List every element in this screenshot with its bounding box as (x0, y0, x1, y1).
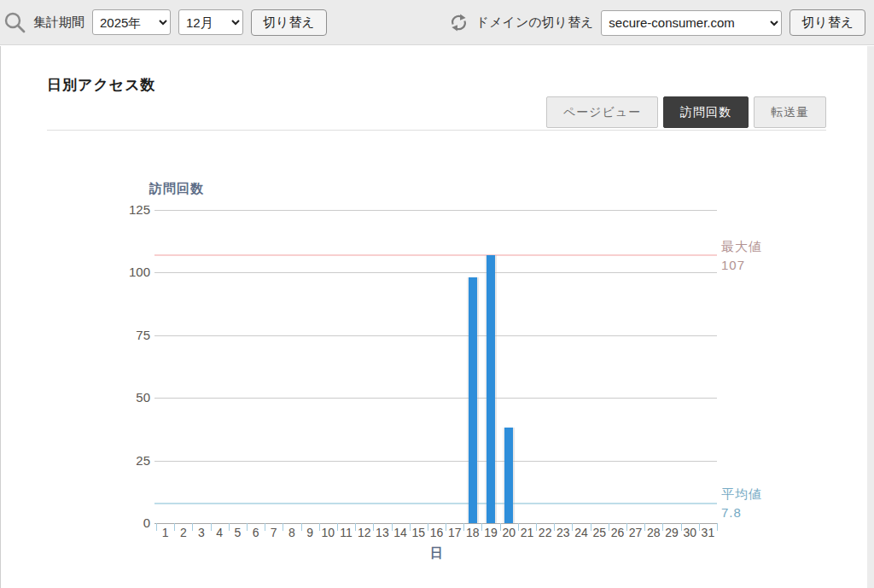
avg-reference-line (154, 503, 717, 504)
search-icon (3, 11, 26, 33)
period-label: 集計期間 (33, 15, 84, 31)
y-tick-label: 75 (116, 328, 150, 342)
avg-line-value: 7.8 (721, 505, 742, 520)
bar-day-19[interactable] (487, 255, 495, 523)
gridline (154, 272, 717, 273)
y-tick-label: 125 (116, 202, 150, 217)
y-tick-label: 100 (116, 265, 150, 279)
domain-select[interactable]: secure-consumer.com (601, 10, 782, 36)
metric-tabs: ページビュー 訪問回数 転送量 (546, 96, 826, 128)
refresh-icon (449, 13, 469, 32)
max-reference-line (154, 254, 717, 256)
tab-pageviews[interactable]: ページビュー (546, 96, 658, 128)
gridline (154, 398, 717, 399)
scrollbar-track[interactable] (867, 46, 874, 588)
domain-switch-button[interactable]: 切り替え (790, 9, 865, 36)
bar-day-18[interactable] (469, 277, 477, 523)
x-axis-line (154, 523, 717, 524)
tab-transfer[interactable]: 転送量 (754, 96, 826, 128)
gridline (154, 461, 717, 462)
y-tick-label: 50 (116, 390, 150, 405)
domain-switch-label: ドメインの切り替え (476, 15, 593, 31)
page-title: 日別アクセス数 (47, 75, 156, 95)
tab-visits[interactable]: 訪問回数 (663, 96, 749, 128)
y-tick-label: 25 (116, 453, 150, 468)
x-tick-label: 31 (697, 526, 719, 539)
month-select[interactable]: 12月 (178, 9, 243, 35)
y-axis-title: 訪問回数 (149, 181, 204, 197)
gridline (154, 210, 717, 211)
bar-day-20[interactable] (504, 428, 513, 523)
gridline (154, 335, 717, 336)
period-switch-button[interactable]: 切り替え (251, 9, 327, 36)
max-line-value: 107 (721, 258, 745, 272)
max-line-label: 最大値 (721, 239, 762, 255)
top-toolbar: 集計期間 2025年 12月 切り替え ドメインの切り替え secure-con… (0, 0, 874, 45)
x-axis-title: 日 (156, 545, 717, 562)
y-tick-label: 0 (116, 515, 150, 530)
title-divider (47, 130, 826, 131)
year-select[interactable]: 2025年 (92, 9, 171, 35)
avg-line-label: 平均値 (721, 486, 762, 503)
